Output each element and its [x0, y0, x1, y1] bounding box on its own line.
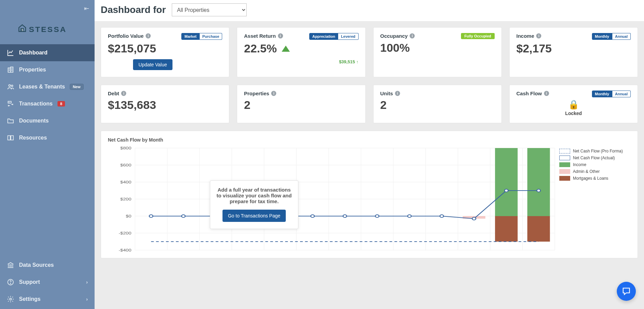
segment-monthly[interactable]: Monthly — [592, 33, 612, 40]
card-title: Occupancy i — [380, 33, 415, 39]
chart-title: Net Cash Flow by Month — [108, 137, 631, 143]
asset-return-delta: $39,515 ↑ — [244, 59, 358, 64]
sidebar-item-resources[interactable]: Resources — [0, 129, 95, 146]
svg-text:$400: $400 — [120, 180, 131, 184]
collapse-icon: ⇤ — [84, 5, 89, 12]
svg-point-49 — [343, 215, 347, 217]
svg-point-44 — [182, 215, 185, 217]
svg-text:$600: $600 — [120, 163, 131, 167]
card-portfolio-value: Portfolio Value i Market Purchase $215,0… — [101, 27, 229, 77]
sidebar-bottom-nav: Data Sources Support › Settings › — [0, 257, 95, 309]
svg-point-5 — [9, 85, 11, 87]
segment-levered[interactable]: Levered — [338, 33, 358, 40]
info-icon[interactable]: i — [278, 33, 283, 38]
sidebar-item-dashboard[interactable]: Dashboard — [0, 44, 95, 61]
svg-point-53 — [472, 217, 476, 220]
sidebar-collapse-button[interactable]: ⇤ — [0, 0, 95, 17]
card-asset-return: Asset Return i Appreciation Levered 22.5… — [237, 27, 365, 77]
info-icon[interactable]: i — [395, 91, 400, 96]
count-badge: 8 — [57, 101, 65, 107]
segment-annual[interactable]: Annual — [612, 33, 631, 40]
sidebar-item-transactions[interactable]: Transactions 8 — [0, 95, 95, 112]
svg-point-43 — [149, 215, 153, 217]
svg-point-8 — [10, 283, 11, 283]
gear-icon — [7, 295, 14, 303]
card-income: Income i Monthly Annual $2,175 — [509, 27, 638, 77]
info-icon[interactable]: i — [121, 91, 126, 96]
segment-annual[interactable]: Annual — [612, 91, 631, 97]
sidebar-item-label: Dashboard — [19, 50, 48, 56]
chevron-right-icon: › — [86, 279, 88, 285]
card-title: Income i — [516, 33, 542, 39]
income-toggle[interactable]: Monthly Annual — [592, 33, 631, 40]
svg-text:-$200: -$200 — [119, 231, 131, 235]
book-icon — [7, 134, 14, 142]
go-to-transactions-button[interactable]: Go to Transactions Page — [222, 210, 286, 222]
info-icon[interactable]: i — [544, 91, 549, 96]
portfolio-toggle[interactable]: Market Purchase — [181, 33, 222, 40]
update-value-button[interactable]: Update Value — [133, 59, 172, 70]
segment-appreciation[interactable]: Appreciation — [309, 33, 338, 40]
svg-point-50 — [375, 215, 379, 217]
svg-text:$800: $800 — [120, 146, 131, 150]
chart-plot-area: -$400-$200$0$200$400$600$800 Add a full … — [108, 145, 559, 258]
chart-line-icon — [7, 49, 14, 56]
asset-return-toggle[interactable]: Appreciation Levered — [309, 33, 358, 40]
legend-item: Net Cash Flow (Actual) — [559, 156, 631, 160]
card-debt: Debt i $135,683 — [101, 85, 229, 123]
svg-rect-38 — [495, 148, 517, 216]
svg-rect-41 — [527, 216, 550, 242]
content: Portfolio Value i Market Purchase $215,0… — [95, 21, 644, 309]
svg-text:STESSA: STESSA — [29, 25, 67, 34]
sidebar-item-data-sources[interactable]: Data Sources — [0, 257, 95, 274]
chart-overlay: Add a full year of transactions to visua… — [210, 180, 298, 229]
occupancy-value: 100% — [380, 41, 495, 54]
income-value: $2,175 — [516, 42, 631, 55]
segment-monthly[interactable]: Monthly — [592, 91, 612, 97]
sidebar-item-settings[interactable]: Settings › — [0, 291, 95, 308]
info-icon[interactable]: i — [410, 33, 415, 38]
chart-legend: Net Cash Flow (Pro Forma) Net Cash Flow … — [559, 145, 631, 258]
sidebar-item-label: Leases & Tenants — [19, 84, 65, 90]
property-selector[interactable]: All Properties — [172, 3, 247, 16]
svg-rect-40 — [495, 216, 517, 242]
legend-item: Mortgages & Loans — [559, 176, 631, 181]
segment-purchase[interactable]: Purchase — [200, 33, 222, 40]
svg-text:S: S — [21, 28, 23, 32]
sidebar-item-label: Support — [19, 279, 40, 285]
svg-point-48 — [311, 215, 314, 217]
sidebar: ⇤ S STESSA Dashboard Properties — [0, 0, 95, 309]
sidebar-item-properties[interactable]: Properties — [0, 61, 95, 78]
page-title: Dashboard for — [101, 4, 166, 15]
chevron-right-icon: › — [86, 296, 88, 302]
card-properties: Properties i 2 — [237, 85, 365, 123]
card-units: Units i 2 — [373, 85, 502, 123]
help-bubble-button[interactable] — [617, 282, 636, 301]
units-value: 2 — [380, 98, 495, 112]
segment-market[interactable]: Market — [181, 33, 199, 40]
brand-logo: S STESSA — [0, 17, 95, 42]
svg-rect-39 — [527, 148, 550, 216]
svg-rect-3 — [8, 68, 11, 72]
cards-row-1: Portfolio Value i Market Purchase $215,0… — [101, 27, 638, 77]
sidebar-item-support[interactable]: Support › — [0, 274, 95, 291]
svg-point-52 — [440, 215, 444, 217]
card-title: Debt i — [108, 91, 126, 96]
card-title: Cash Flow i — [516, 91, 549, 96]
transactions-icon — [7, 100, 14, 108]
lock-icon: 🔒 — [516, 99, 631, 110]
portfolio-value: $215,075 — [108, 42, 222, 55]
up-arrow-icon — [282, 46, 290, 52]
info-icon[interactable]: i — [536, 33, 541, 38]
svg-point-6 — [11, 85, 13, 87]
chart-panel: Net Cash Flow by Month -$400-$200$0$200$… — [101, 131, 638, 258]
info-icon[interactable]: i — [146, 33, 151, 38]
sidebar-item-leases[interactable]: Leases & Tenants New — [0, 78, 95, 95]
info-icon[interactable]: i — [271, 91, 276, 96]
cashflow-toggle[interactable]: Monthly Annual — [592, 91, 631, 97]
people-icon — [7, 83, 14, 91]
sidebar-item-label: Properties — [19, 67, 46, 73]
folder-icon — [7, 117, 14, 125]
sidebar-item-documents[interactable]: Documents — [0, 112, 95, 129]
svg-text:-$400: -$400 — [119, 248, 131, 253]
